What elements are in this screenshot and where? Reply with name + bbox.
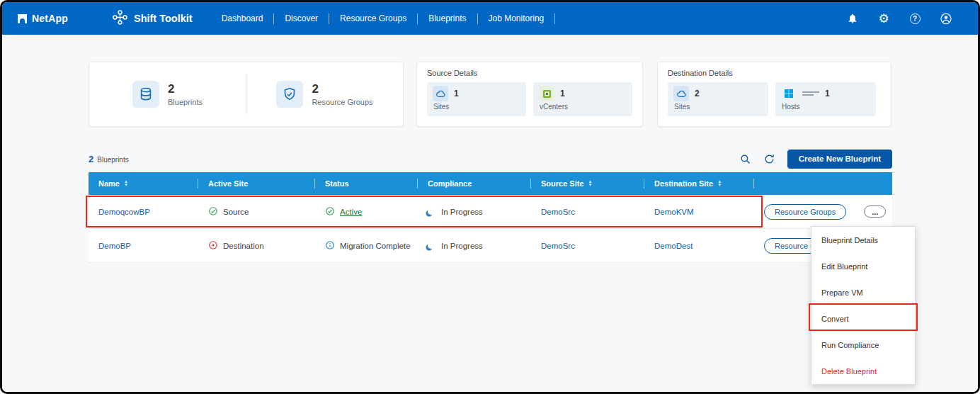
cloud-icon [673, 86, 689, 101]
netapp-logo-icon [18, 14, 27, 23]
blueprints-count: 2 [168, 82, 203, 96]
destination-hosts-label: Hosts [782, 103, 870, 111]
nav-item-label[interactable]: Job Monitoring [478, 13, 555, 23]
user-account-icon[interactable] [940, 12, 952, 25]
source-details-card: Source Details 1 Sites [416, 62, 643, 127]
destination-sites-tile: 2 Sites [668, 82, 768, 116]
resource-groups-button[interactable]: Resource Groups [764, 204, 846, 220]
check-circle-icon [208, 206, 218, 218]
destination-site-link[interactable]: DemoDest [654, 242, 693, 250]
table-header-row: Name ▲▼ Active Site Status Compliance So… [89, 172, 892, 195]
shift-toolkit-icon [112, 9, 128, 28]
nav-item-label[interactable]: Dashboard [211, 13, 274, 23]
source-details-title: Source Details [427, 69, 632, 77]
resource-groups-shield-icon [276, 81, 303, 108]
summary-blueprints: 2 Blueprints [89, 81, 246, 108]
main-content: 2 Blueprints 2 Resource Groups [2, 35, 978, 392]
menu-item-delete-blueprint[interactable]: Delete Blueprint [811, 358, 915, 384]
resource-groups-count: 2 [312, 82, 372, 96]
active-site-value: Destination [223, 242, 264, 250]
destination-details-title: Destination Details [668, 69, 881, 77]
header-status: Status [315, 172, 418, 195]
nav-utility-icons: ⚙ ? [846, 12, 962, 25]
nav-item-dashboard[interactable]: Dashboard [211, 13, 275, 24]
settings-gear-icon[interactable]: ⚙ [877, 12, 890, 25]
table-row: DemoqcowBP Source Active [89, 195, 892, 229]
in-progress-icon [428, 208, 434, 215]
source-site-link[interactable]: DemoSrc [541, 242, 575, 250]
source-vcenters-tile: 1 vCenters [533, 82, 632, 116]
nav-item-discover[interactable]: Discover [274, 13, 329, 24]
header-label: Destination Site [654, 179, 713, 188]
app-title-text: Shift Toolkit [134, 13, 193, 24]
source-vcenters-label: vCenters [540, 103, 627, 111]
header-label: Source Site [541, 179, 584, 188]
in-progress-icon [428, 242, 434, 249]
nav-item-label[interactable]: Blueprints [418, 13, 477, 23]
nav-separator [554, 13, 555, 24]
sort-icon[interactable]: ▲▼ [717, 180, 722, 187]
destination-sites-label: Sites [674, 103, 763, 111]
blueprint-name-link[interactable]: DemoqcowBP [98, 208, 150, 216]
active-site-value: Source [223, 208, 249, 216]
blueprints-table: Name ▲▼ Active Site Status Compliance So… [89, 172, 892, 263]
nav-item-label[interactable]: Resource Groups [329, 13, 417, 23]
resource-groups-label: Resource Groups [312, 98, 372, 106]
hyperv-wordmark [802, 91, 819, 96]
sort-icon[interactable]: ▲▼ [588, 180, 593, 187]
destination-circle-icon [208, 240, 218, 252]
source-sites-tile: 1 Sites [427, 82, 526, 116]
source-site-link[interactable]: DemoSrc [541, 208, 575, 216]
vcenter-icon [539, 86, 554, 101]
netapp-logo: NetApp [18, 13, 68, 24]
header-destination-site[interactable]: Destination Site ▲▼ [644, 172, 754, 195]
blueprint-name-link[interactable]: DemoBP [98, 242, 131, 250]
summary-card: 2 Blueprints 2 Resource Groups [89, 62, 404, 127]
blueprint-list-header: 2 Blueprints Create New Blueprint [89, 147, 892, 171]
notifications-bell-icon[interactable] [846, 12, 859, 25]
blueprint-list-label: Blueprints [97, 156, 128, 164]
nav-item-label[interactable]: Discover [274, 13, 329, 23]
menu-item-convert[interactable]: Convert [811, 305, 915, 332]
netapp-brand-name: NetApp [32, 13, 68, 24]
refresh-icon[interactable] [763, 152, 776, 165]
status-value: Migration Complete [340, 242, 411, 250]
blueprint-list-count: 2 [89, 154, 93, 164]
menu-item-blueprint-details[interactable]: Blueprint Details [811, 227, 915, 253]
source-sites-count: 1 [454, 89, 459, 98]
help-icon[interactable]: ? [908, 12, 921, 25]
destination-hosts-count: 1 [825, 89, 830, 98]
destination-details-card: Destination Details 2 Sites [657, 62, 891, 127]
destination-hosts-tile: 1 Hosts [775, 82, 876, 116]
menu-item-prepare-vm[interactable]: Prepare VM [811, 279, 915, 305]
nav-item-job-monitoring[interactable]: Job Monitoring [478, 13, 556, 24]
nav-item-blueprints[interactable]: Blueprints [418, 13, 477, 24]
header-active-site: Active Site [198, 172, 315, 195]
menu-item-edit-blueprint[interactable]: Edit Blueprint [811, 253, 915, 279]
header-source-site[interactable]: Source Site ▲▼ [531, 172, 644, 195]
app-title: Shift Toolkit [112, 9, 193, 28]
destination-sites-count: 2 [695, 89, 700, 98]
row-more-actions-button[interactable]: ... [864, 206, 886, 218]
header-actions [754, 172, 892, 195]
search-icon[interactable] [739, 152, 752, 165]
app-window: NetApp Shift Toolkit Dashboard Discover [0, 0, 980, 394]
header-label: Status [325, 179, 349, 188]
row-context-menu: Blueprint Details Edit Blueprint Prepare… [811, 226, 916, 385]
header-name[interactable]: Name ▲▼ [89, 172, 198, 195]
cloud-icon [433, 86, 448, 101]
blueprints-label: Blueprints [168, 98, 203, 106]
status-active-link[interactable]: Active [340, 208, 362, 216]
menu-item-run-compliance[interactable]: Run Compliance [811, 332, 915, 358]
nav-item-resource-groups[interactable]: Resource Groups [329, 13, 418, 24]
sort-icon[interactable]: ▲▼ [124, 180, 128, 187]
destination-site-link[interactable]: DemoKVM [654, 208, 694, 216]
top-nav: NetApp Shift Toolkit Dashboard Discover [2, 2, 978, 35]
source-sites-label: Sites [433, 103, 520, 111]
header-label: Name [98, 179, 120, 188]
create-new-blueprint-button[interactable]: Create New Blueprint [787, 150, 892, 169]
info-circle-icon [325, 240, 335, 252]
check-circle-icon [325, 206, 335, 218]
header-compliance: Compliance [418, 172, 531, 195]
compliance-value: In Progress [441, 208, 483, 216]
